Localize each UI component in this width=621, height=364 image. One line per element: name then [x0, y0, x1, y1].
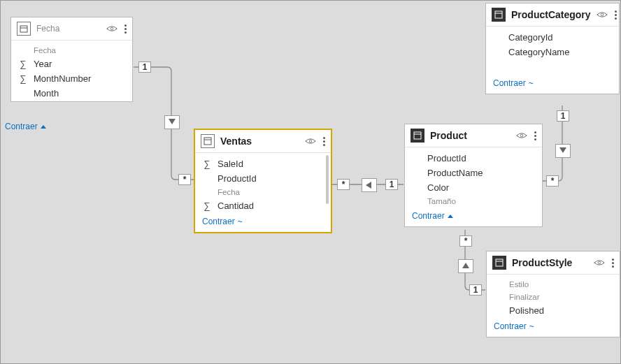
field-list: ∑SaleId ProductId Fecha ∑Cantidad	[195, 153, 331, 214]
more-icon[interactable]	[612, 259, 614, 268]
field-list: Fecha ∑Year ∑MonthNumber Month	[11, 41, 132, 101]
field-item[interactable]: ∑Year	[18, 59, 125, 69]
field-item[interactable]: ∑Cantidad	[202, 201, 324, 211]
more-icon[interactable]	[323, 137, 325, 146]
svg-point-6	[309, 140, 312, 143]
field-item[interactable]: Polished	[494, 305, 613, 316]
table-icon	[411, 129, 424, 143]
field-item[interactable]: Fecha	[202, 188, 324, 196]
collapse-link-fecha[interactable]: Contraer	[5, 122, 46, 131]
cardinality-badge: *	[178, 174, 191, 185]
filter-direction-icon[interactable]	[555, 144, 571, 158]
visibility-icon[interactable]	[597, 10, 608, 20]
table-title: ProductStyle	[512, 257, 588, 268]
cardinality-badge: 1	[385, 179, 398, 190]
field-item[interactable]: ∑MonthNumber	[18, 73, 125, 84]
field-item[interactable]: Color	[412, 182, 535, 193]
filter-direction-icon[interactable]	[362, 178, 377, 192]
svg-rect-4	[204, 138, 211, 145]
sigma-icon: ∑	[202, 159, 212, 169]
table-icon	[492, 8, 506, 22]
field-item[interactable]: CategoryName	[493, 47, 612, 57]
field-item[interactable]: Month	[18, 88, 125, 99]
cardinality-badge: *	[459, 235, 472, 247]
collapse-link[interactable]: Contraer	[405, 208, 542, 226]
more-icon[interactable]	[615, 10, 617, 20]
field-item[interactable]: Tamaño	[412, 197, 535, 205]
collapse-link[interactable]: Contraer	[487, 319, 620, 337]
sigma-icon: ∑	[202, 201, 212, 211]
table-icon	[201, 134, 215, 148]
table-header[interactable]: Ventas	[195, 130, 331, 153]
field-list: Estilo Finalizar Polished	[487, 275, 620, 319]
more-icon[interactable]	[534, 131, 536, 140]
table-product[interactable]: Product ProductId ProductName Color Tama…	[404, 124, 543, 227]
field-list: ProductId ProductName Color Tamaño	[405, 147, 542, 208]
svg-rect-11	[495, 11, 502, 18]
table-productstyle[interactable]: ProductStyle Estilo Finalizar Polished C…	[486, 251, 620, 337]
field-item[interactable]: ∑SaleId	[202, 159, 324, 169]
table-header[interactable]: ProductCategory	[486, 3, 619, 27]
table-title: ProductCategory	[511, 9, 591, 20]
table-ventas[interactable]: Ventas ∑SaleId ProductId Fecha ∑Cantidad…	[194, 129, 331, 233]
field-item[interactable]: ProductId	[412, 153, 535, 163]
svg-marker-15	[462, 263, 469, 268]
svg-point-18	[598, 261, 601, 264]
collapse-link[interactable]: Contraer	[486, 75, 619, 94]
visibility-icon[interactable]	[305, 136, 316, 147]
cardinality-badge: 1	[138, 61, 151, 73]
scrollbar[interactable]	[326, 155, 329, 204]
more-icon[interactable]	[124, 24, 127, 34]
field-item[interactable]: Fecha	[18, 46, 125, 54]
svg-rect-8	[414, 132, 421, 139]
table-productcategory[interactable]: ProductCategory CategoryId CategoryName …	[485, 3, 620, 94]
svg-marker-3	[169, 119, 176, 124]
collapse-link[interactable]: Contraer	[195, 214, 331, 232]
svg-point-2	[110, 27, 113, 30]
svg-point-10	[520, 134, 523, 137]
table-title: Product	[430, 130, 511, 141]
filter-direction-icon[interactable]	[458, 259, 473, 273]
cardinality-badge: *	[337, 179, 350, 190]
sigma-icon: ∑	[18, 59, 28, 69]
svg-point-13	[601, 13, 604, 16]
field-item[interactable]: ProductName	[412, 168, 535, 178]
field-item[interactable]: CategoryId	[493, 32, 612, 43]
svg-marker-7	[366, 182, 371, 189]
cardinality-badge: *	[546, 175, 559, 187]
table-title: Ventas	[220, 136, 299, 147]
visibility-icon[interactable]	[594, 258, 605, 268]
table-header[interactable]: Product	[405, 124, 542, 147]
svg-rect-0	[20, 26, 27, 32]
table-title: Fecha	[36, 24, 101, 34]
svg-rect-16	[496, 259, 503, 266]
svg-marker-14	[559, 147, 566, 153]
table-header[interactable]: ProductStyle	[487, 252, 620, 275]
sigma-icon: ∑	[18, 73, 28, 84]
filter-direction-icon[interactable]	[164, 115, 180, 129]
table-fecha[interactable]: Fecha Fecha ∑Year ∑MonthNumber Month	[10, 17, 133, 102]
cardinality-badge: 1	[557, 110, 569, 122]
visibility-icon[interactable]	[106, 24, 117, 34]
field-item[interactable]: Finalizar	[494, 293, 613, 301]
field-item[interactable]: ProductId	[202, 173, 324, 184]
field-item[interactable]: Estilo	[494, 280, 613, 289]
cardinality-badge: 1	[469, 284, 482, 296]
visibility-icon[interactable]	[516, 131, 527, 141]
field-list: CategoryId CategoryName	[486, 27, 619, 60]
table-icon	[492, 256, 506, 270]
table-header[interactable]: Fecha	[11, 17, 132, 41]
date-table-icon	[17, 22, 31, 36]
